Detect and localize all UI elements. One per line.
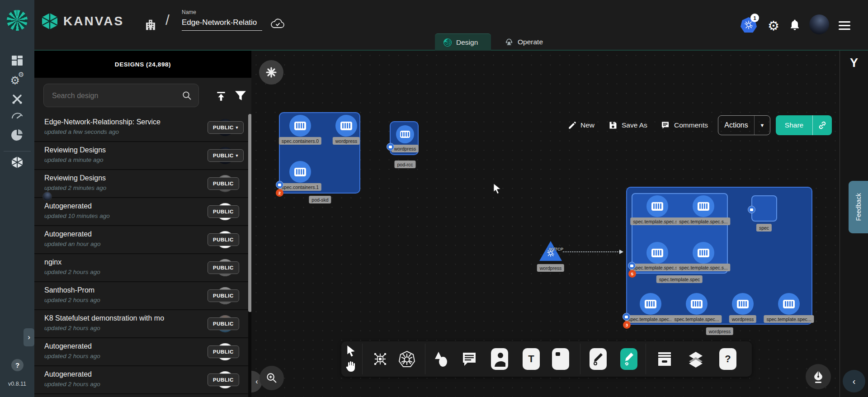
- design-name-input[interactable]: [182, 18, 262, 31]
- help-button[interactable]: ?: [11, 359, 24, 371]
- settings-gear-icon[interactable]: ⚙: [768, 18, 779, 33]
- design-list-item[interactable]: K8 Statefulset demonstration with mo upd…: [34, 310, 251, 338]
- node-pod-rcc[interactable]: wordpress pod-rcc: [390, 121, 419, 155]
- error-count-badge[interactable]: 3: [623, 321, 631, 329]
- container-node[interactable]: [335, 115, 357, 137]
- upload-design-icon[interactable]: [215, 90, 227, 102]
- container-node[interactable]: [289, 161, 311, 183]
- zoom-in-button[interactable]: [259, 366, 284, 390]
- kubernetes-badge-icon[interactable]: [748, 206, 755, 213]
- tab-design[interactable]: Design: [435, 33, 491, 51]
- collapse-right-chevron[interactable]: ‹: [843, 370, 865, 392]
- visibility-badge[interactable]: PUBLIC▾: [208, 121, 244, 134]
- new-button[interactable]: New: [568, 118, 594, 133]
- share-button[interactable]: Share: [776, 115, 832, 135]
- design-list-item[interactable]: Autogenerated updated 2 hours ago PUBLIC: [34, 366, 251, 394]
- cursor-tool-icon[interactable]: [346, 345, 357, 357]
- container-node[interactable]: [289, 115, 311, 137]
- notifications-bell-icon[interactable]: [789, 19, 800, 31]
- dashboard-icon[interactable]: [0, 55, 34, 66]
- circuit-components-tool-icon[interactable]: [373, 351, 388, 367]
- lifecycle-gears-icon[interactable]: ⚙⚙: [0, 74, 34, 87]
- container-node[interactable]: [732, 293, 754, 315]
- media-tool-icon[interactable]: [491, 348, 508, 370]
- layers-tool-icon[interactable]: [687, 350, 704, 368]
- visibility-badge[interactable]: PUBLIC: [208, 317, 239, 330]
- design-list-item[interactable]: Reviewing Designs updated 2 minutes ago …: [34, 170, 251, 198]
- kubernetes-context-icon[interactable]: 1: [741, 17, 757, 33]
- brand[interactable]: KANVAS: [42, 13, 124, 30]
- kubernetes-badge-icon[interactable]: [628, 262, 636, 269]
- comments-button[interactable]: Comments: [660, 118, 708, 133]
- kanvas-rail-icon[interactable]: [0, 156, 34, 169]
- relationship-y-icon[interactable]: Y: [840, 56, 868, 70]
- filter-designs-icon[interactable]: [235, 90, 246, 101]
- design-list-item[interactable]: nginx updated 2 hours ago PUBLIC: [34, 254, 251, 282]
- kubernetes-tool-icon[interactable]: [398, 350, 416, 368]
- container-node[interactable]: [646, 242, 668, 264]
- kubernetes-badge-icon[interactable]: [623, 313, 630, 321]
- visibility-badge[interactable]: PUBLIC▾: [208, 149, 244, 162]
- user-avatar[interactable]: [809, 14, 829, 34]
- note-tool-icon[interactable]: [552, 348, 569, 370]
- visibility-badge[interactable]: PUBLIC: [208, 233, 239, 246]
- visibility-badge[interactable]: PUBLIC: [208, 177, 239, 190]
- actions-button[interactable]: Actions ▼: [718, 115, 770, 135]
- visibility-badge[interactable]: PUBLIC: [208, 373, 239, 386]
- container-node[interactable]: [778, 293, 800, 315]
- container-node[interactable]: [693, 195, 714, 217]
- performance-dial-icon[interactable]: [0, 111, 34, 119]
- drawer-tool-icon[interactable]: [656, 350, 673, 368]
- organization-icon[interactable]: [144, 18, 157, 32]
- service-deployment-edge[interactable]: [563, 251, 620, 252]
- design-list-item[interactable]: Autogenerated updated 10 minutes ago PUB…: [34, 198, 251, 226]
- container-node[interactable]: [646, 195, 668, 217]
- snowflake-button[interactable]: [259, 60, 283, 85]
- layer5-logo[interactable]: [7, 10, 28, 31]
- container-node[interactable]: [686, 293, 708, 315]
- search-icon[interactable]: [182, 90, 192, 101]
- design-list-item[interactable]: Santhosh-Prom updated 2 hours ago PUBLIC: [34, 282, 251, 310]
- comment-tool-icon[interactable]: [461, 351, 477, 367]
- tab-operate[interactable]: Operate: [496, 33, 551, 51]
- feedback-tab[interactable]: Feedback: [849, 181, 868, 233]
- pen-tool-icon[interactable]: [590, 348, 607, 370]
- container-node[interactable]: [640, 293, 661, 315]
- node-pod-skd[interactable]: spec.containers.0 wordpress spec.contain…: [279, 112, 360, 194]
- pen-nib-button[interactable]: [806, 364, 831, 389]
- visibility-badge[interactable]: PUBLIC: [208, 205, 239, 218]
- actions-caret-icon[interactable]: ▼: [755, 123, 770, 128]
- dock-help-tool-icon[interactable]: ?: [719, 348, 736, 370]
- kubernetes-badge-icon[interactable]: [387, 143, 394, 151]
- text-tool-icon[interactable]: T: [523, 348, 540, 370]
- error-count-badge[interactable]: 5: [628, 270, 636, 278]
- shapes-tool-icon[interactable]: [433, 351, 449, 367]
- version-text: v0.8.11: [0, 381, 34, 387]
- container-node[interactable]: [396, 125, 414, 143]
- design-search-input[interactable]: [51, 84, 179, 108]
- expand-rail-button[interactable]: ›: [24, 328, 34, 346]
- design-list-item[interactable]: Autogenerated updated an hour ago PUBLIC: [34, 226, 251, 254]
- design-list-item-partial[interactable]: [34, 394, 251, 397]
- error-count-badge[interactable]: 2: [276, 189, 283, 197]
- visibility-badge[interactable]: PUBLIC: [208, 345, 239, 358]
- extensions-icon[interactable]: [0, 128, 34, 142]
- design-list-item[interactable]: Edge-Network-Relationship: Service updat…: [34, 114, 251, 142]
- node-spec-template-spec[interactable]: spec.template.spec.s... spec.template.sp…: [632, 193, 728, 274]
- node-deployment-wordpress[interactable]: spec.template.spec.s... spec.template.sp…: [626, 187, 812, 325]
- design-list-item[interactable]: Reviewing Designs updated a minute ago P…: [34, 142, 251, 170]
- visibility-badge[interactable]: PUBLIC: [208, 261, 239, 274]
- node-spec[interactable]: [751, 195, 777, 222]
- design-canvas[interactable]: New Save As Comments Actions ▼ Share: [251, 51, 840, 397]
- container-node[interactable]: [693, 242, 714, 264]
- design-list-item[interactable]: Autogenerated updated 2 hours ago PUBLIC: [34, 338, 251, 366]
- copy-link-icon[interactable]: [813, 120, 832, 130]
- freehand-draw-tool-icon[interactable]: [620, 348, 637, 370]
- save-as-button[interactable]: Save As: [609, 118, 647, 133]
- configuration-tools-icon[interactable]: [0, 93, 34, 105]
- hamburger-menu-icon[interactable]: [839, 19, 850, 32]
- visibility-badge[interactable]: PUBLIC: [208, 289, 239, 302]
- pan-hand-tool-icon[interactable]: [345, 360, 356, 372]
- design-updated: updated 2 hours ago: [44, 269, 100, 275]
- kubernetes-badge-icon[interactable]: [276, 181, 283, 189]
